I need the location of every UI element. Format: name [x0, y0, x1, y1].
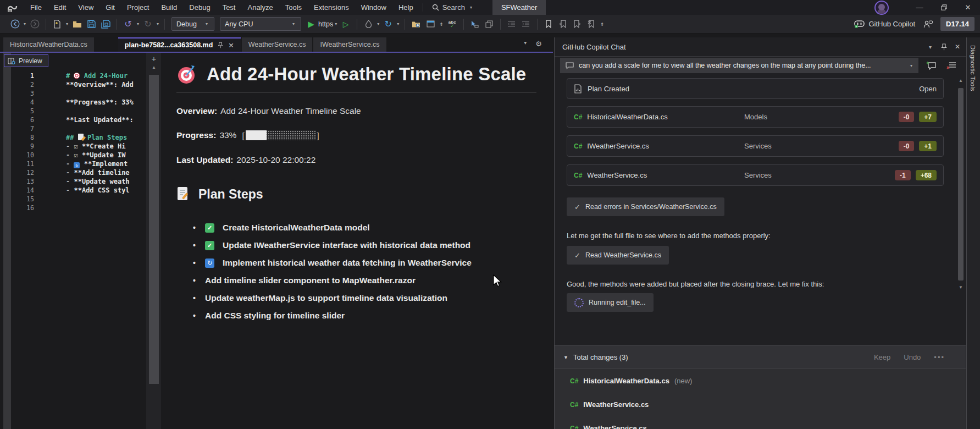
open-folder-button[interactable] [70, 17, 84, 31]
code-line[interactable]: 16 [0, 204, 146, 212]
splitter-handle-icon[interactable]: + [147, 54, 161, 63]
code-line[interactable]: 12- **Add timeline [0, 168, 146, 177]
previous-bookmark-icon[interactable] [556, 17, 570, 31]
changed-file-card[interactable]: C#WeatherService.csServices-1+68 [567, 164, 944, 186]
tool-call-chip[interactable]: Running edit_file... [567, 293, 654, 312]
menu-item-file[interactable]: File [24, 0, 48, 15]
code-line[interactable]: 11- ↻ **Implement [0, 160, 146, 168]
menu-item-build[interactable]: Build [155, 0, 183, 15]
save-button[interactable] [84, 17, 98, 31]
code-line[interactable]: 5 [0, 107, 146, 116]
total-changes-file-row[interactable]: C#WeatherService.cs [555, 416, 966, 429]
open-plan-button[interactable]: Open [919, 85, 937, 93]
send-feedback-icon[interactable] [921, 17, 935, 31]
decrease-indent-icon[interactable] [505, 17, 519, 31]
code-line[interactable]: 13- **Update weath [0, 177, 146, 186]
solution-configuration-dropdown[interactable]: Debug▾ [171, 17, 214, 31]
navigate-back-button[interactable] [8, 17, 22, 31]
menu-item-help[interactable]: Help [392, 0, 419, 15]
code-line[interactable]: 4**Progress**: 33% [0, 98, 146, 107]
toggle-bookmark-icon[interactable] [541, 17, 556, 31]
tab-list-dropdown-icon[interactable]: ▾ [522, 40, 528, 48]
run-profile-label[interactable]: https [318, 20, 333, 28]
close-icon[interactable]: ✕ [955, 43, 960, 51]
window-layout-icon[interactable] [423, 17, 438, 31]
close-button[interactable]: ✕ [956, 0, 980, 15]
user-message-row[interactable]: can you add a scale for me to view all t… [560, 58, 918, 73]
restart-button[interactable]: ↻ [381, 17, 395, 31]
start-without-debugging-button[interactable]: ▷ [339, 17, 353, 31]
chevron-down-icon[interactable]: ▾ [395, 21, 401, 26]
close-icon[interactable]: ✕ [228, 41, 234, 50]
code-line[interactable]: 10- ☑ **Update IW [0, 151, 146, 160]
chevron-down-icon[interactable]: ▾ [375, 21, 381, 26]
menu-item-view[interactable]: View [72, 0, 99, 15]
solution-platform-dropdown[interactable]: Any CPU▾ [220, 17, 301, 31]
document-options-gear-icon[interactable]: ⚙ [535, 40, 542, 48]
markdown-preview-button[interactable]: Preview [4, 54, 48, 67]
code-line[interactable]: 9- ☑ **Create Hi [0, 142, 146, 151]
chevron-down-icon[interactable]: ▾ [64, 21, 70, 26]
tool-call-chip[interactable]: ✓Read errors in Services/WeatherService.… [567, 197, 724, 216]
scroll-up-icon[interactable]: ▲ [147, 65, 161, 70]
changed-file-card[interactable]: C#HistoricalWeatherData.csModels-0+7 [567, 106, 944, 128]
scrollbar-thumb[interactable] [149, 75, 159, 384]
chat-scrollbar[interactable]: ▲ ▼ [957, 77, 965, 330]
menu-item-window[interactable]: Window [355, 0, 392, 15]
clear-bookmarks-icon[interactable] [584, 17, 599, 31]
solution-name-badge[interactable]: SFWeather [492, 0, 546, 15]
menu-item-project[interactable]: Project [121, 0, 155, 15]
hot-reload-icon[interactable] [361, 17, 375, 31]
chevron-down-icon[interactable]: ▾ [333, 21, 339, 26]
undo-button[interactable]: ↺ [121, 17, 135, 31]
menu-item-edit[interactable]: Edit [48, 0, 72, 15]
tab-iweatherservice-cs[interactable]: IWeatherService.cs [313, 37, 386, 52]
changed-file-card[interactable]: C#IWeatherService.csServices-0+1 [567, 135, 944, 157]
scroll-up-icon[interactable]: ▲ [957, 78, 965, 83]
menu-item-test[interactable]: Test [217, 0, 242, 15]
search-menu[interactable]: Search ▾ [427, 3, 479, 12]
find-in-files-icon[interactable] [409, 17, 423, 31]
menu-item-analyze[interactable]: Analyze [241, 0, 279, 15]
code-line[interactable]: 3 [0, 89, 146, 98]
scroll-down-icon[interactable]: ▼ [957, 285, 965, 290]
double-down-arrow-icon[interactable]: ⇟ [599, 21, 606, 27]
total-changes-header[interactable]: ▼ Total changes (3) Keep Undo ••• [555, 346, 966, 369]
total-changes-file-row[interactable]: C#HistoricalWeatherData.cs(new) [555, 369, 966, 393]
collapse-caret-icon[interactable]: ▼ [563, 355, 568, 360]
editor-scrollbar[interactable]: + ▲ [146, 53, 161, 429]
code-line[interactable]: 14- **Add CSS styl [0, 186, 146, 195]
chevron-down-icon[interactable]: ▾ [135, 21, 141, 26]
undo-button[interactable]: Undo [904, 353, 921, 361]
tool-call-chip[interactable]: ✓Read WeatherService.cs [567, 246, 669, 265]
pin-icon[interactable] [218, 42, 223, 48]
minimize-button[interactable]: — [907, 0, 932, 15]
tab-plan-be7582-ca363508-md[interactable]: plan-be7582...ca363508.md✕ [118, 37, 241, 52]
code-line[interactable]: 8## Plan Steps [0, 133, 146, 142]
code-line[interactable]: 7 [0, 124, 146, 133]
menu-item-tools[interactable]: Tools [279, 0, 308, 15]
user-avatar[interactable] [874, 1, 889, 15]
restore-button[interactable] [932, 0, 956, 15]
plan-created-card[interactable]: Plan Created Open [567, 78, 944, 99]
code-line[interactable]: 2**Overview**: Add [0, 80, 146, 89]
tab-weatherservice-cs[interactable]: WeatherService.cs [242, 37, 313, 52]
pin-icon[interactable] [941, 43, 947, 51]
increase-indent-icon[interactable] [519, 17, 533, 31]
chevron-down-icon[interactable]: ▾ [927, 44, 933, 50]
menu-item-extensions[interactable]: Extensions [308, 0, 355, 15]
chevron-down-icon[interactable]: ▾ [22, 21, 27, 26]
copy-item-icon[interactable] [482, 17, 496, 31]
more-options-icon[interactable]: ••• [934, 353, 945, 361]
pointer-mode-icon[interactable] [468, 17, 482, 31]
new-chat-icon[interactable] [926, 61, 937, 70]
redo-button[interactable]: ↻ [141, 17, 155, 31]
scrollbar-thumb[interactable] [958, 88, 964, 280]
spell-check-icon[interactable]: abc✓ [445, 17, 459, 31]
diagnostic-tools-tab[interactable]: Diagnostic Tools [966, 37, 980, 429]
save-all-button[interactable] [98, 17, 113, 31]
code-line[interactable]: 1# Add 24-Hour [0, 72, 146, 80]
code-line[interactable]: 15 [0, 195, 146, 204]
double-down-arrow-icon[interactable]: ⇟ [438, 21, 445, 27]
chevron-down-icon[interactable]: ▾ [155, 21, 160, 26]
